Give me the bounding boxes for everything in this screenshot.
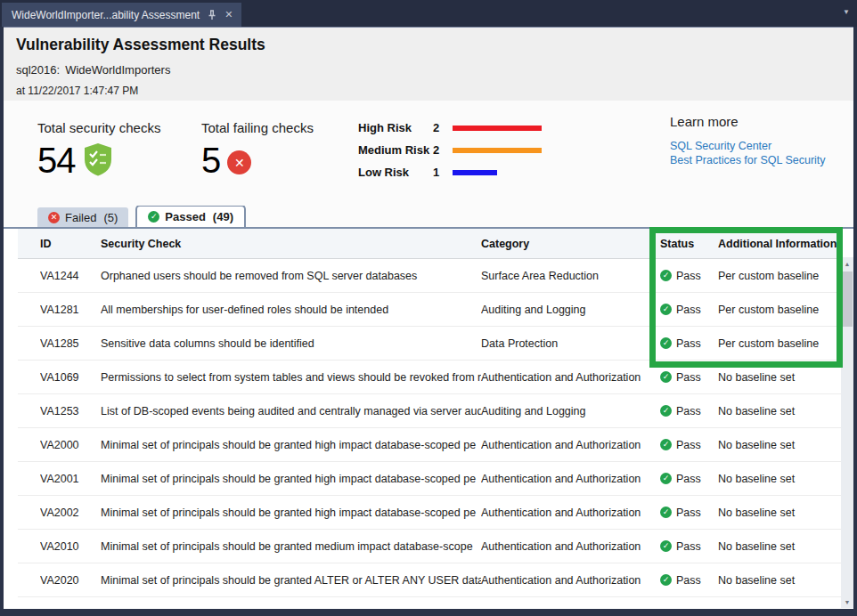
results-table: ID Security Check Category Status Additi… (18, 229, 841, 597)
pass-icon: ✓ (660, 439, 672, 450)
cell-status: ✓Pass (660, 270, 718, 282)
cell-info: Per custom baseline (718, 270, 841, 282)
tab-list-dropdown-icon[interactable]: ▼ (843, 8, 850, 16)
risk-count: 2 (433, 121, 453, 134)
cell-check: Minimal set of principals should be gran… (101, 439, 481, 451)
table-row[interactable]: VA2010 Minimal set of principals should … (18, 530, 841, 563)
failing-checks-value: 5 (201, 141, 220, 181)
cell-check: Minimal set of principals should be gran… (101, 540, 481, 553)
col-header-status[interactable]: Status (660, 238, 718, 250)
risk-row-low: Low Risk 1 (358, 161, 542, 183)
failing-checks-block: Total failing checks 5 ✕ (201, 120, 314, 181)
status-text: Pass (676, 371, 701, 384)
app-window: WideWorldImporter...ability Assessment ✕… (0, 0, 857, 616)
server-name: sql2016: (16, 63, 60, 77)
cell-status: ✓Pass (660, 507, 718, 519)
cell-check: Minimal set of principals should be gran… (101, 507, 481, 519)
table-row[interactable]: VA2001 Minimal set of principals should … (18, 462, 841, 496)
cell-category: Auditing and Logging (481, 304, 660, 316)
col-header-id[interactable]: ID (40, 238, 101, 250)
vertical-scrollbar[interactable]: ▲ ▼ (841, 257, 853, 608)
risk-row-medium: Medium Risk 2 (358, 139, 542, 161)
cell-id: VA2010 (40, 540, 101, 553)
risk-bar-medium (453, 148, 542, 153)
status-text: Pass (676, 270, 701, 282)
status-text: Pass (676, 337, 701, 350)
cell-category: Auditing and Logging (481, 405, 660, 417)
total-checks-block: Total security checks 54 (37, 120, 160, 181)
cell-category: Surface Area Reduction (481, 270, 660, 282)
risk-label: High Risk (358, 121, 433, 134)
results-table-section: ID Security Check Category Status Additi… (4, 229, 853, 609)
cell-id: VA1253 (40, 405, 101, 417)
cell-status: ✓Pass (660, 304, 718, 316)
table-row[interactable]: VA1244 Orphaned users should be removed … (18, 259, 841, 293)
cell-status: ✓Pass (660, 473, 718, 485)
cell-status: ✓Pass (660, 337, 718, 350)
tab-failed[interactable]: ✕ Failed (5) (37, 207, 128, 227)
risk-bar-low (453, 170, 497, 175)
cell-info: No baseline set (718, 371, 841, 384)
database-name: WideWorldImporters (65, 63, 170, 77)
status-text: Pass (676, 304, 701, 316)
total-checks-label: Total security checks (37, 120, 160, 135)
col-header-category[interactable]: Category (481, 238, 660, 250)
status-text: Pass (676, 473, 701, 485)
link-best-practices[interactable]: Best Practices for SQL Security (670, 154, 826, 168)
risk-label: Medium Risk (358, 143, 433, 157)
cell-category: Authentication and Authorization (481, 540, 660, 553)
page-title: Vulnerability Assessment Results (16, 36, 853, 54)
fail-circle-icon: ✕ (48, 212, 60, 223)
table-row[interactable]: VA2002 Minimal set of principals should … (18, 496, 841, 530)
cell-check: Orphaned users should be removed from SQ… (101, 270, 481, 282)
col-header-additional-information[interactable]: Additional Information (718, 238, 841, 250)
cell-id: VA2002 (40, 507, 101, 519)
cell-status: ✓Pass (660, 439, 718, 451)
cell-check: Sensitive data columns should be identif… (101, 337, 481, 350)
total-checks-value: 54 (37, 141, 76, 181)
table-header-row: ID Security Check Category Status Additi… (18, 229, 841, 259)
close-icon[interactable]: ✕ (224, 10, 233, 20)
cell-category: Data Protection (481, 337, 660, 350)
risk-count: 2 (433, 143, 453, 157)
col-header-security-check[interactable]: Security Check (101, 238, 481, 250)
risk-row-high: High Risk 2 (358, 117, 542, 139)
status-text: Pass (676, 405, 701, 417)
cell-id: VA2020 (40, 574, 101, 587)
cell-id: VA1285 (40, 337, 101, 350)
cell-check: Permissions to select from system tables… (101, 371, 481, 384)
pass-icon: ✓ (660, 270, 672, 281)
cell-category: Authentication and Authorization (481, 439, 660, 451)
pass-icon: ✓ (660, 304, 672, 315)
cell-id: VA2000 (40, 439, 101, 451)
cell-category: Authentication and Authorization (481, 473, 660, 485)
scroll-down-icon[interactable]: ▼ (841, 596, 853, 608)
cell-info: Per custom baseline (718, 337, 841, 350)
tab-passed-label: Passed (165, 210, 206, 223)
table-row[interactable]: VA1281 All memberships for user-defined … (18, 293, 841, 327)
document-tab[interactable]: WideWorldImporter...ability Assessment ✕ (2, 3, 241, 27)
scrollbar-thumb[interactable] (842, 272, 853, 327)
learn-more-title: Learn more (670, 114, 826, 129)
risk-label: Low Risk (358, 166, 433, 179)
tab-passed[interactable]: ✓ Passed (49) (135, 205, 246, 227)
cell-check: All memberships for user-defined roles s… (101, 304, 481, 316)
document-tab-label: WideWorldImporter...ability Assessment (12, 9, 200, 21)
pin-icon[interactable] (208, 10, 216, 20)
server-database-line: sql2016:WideWorldImporters (16, 63, 853, 77)
pass-icon: ✓ (660, 540, 672, 552)
cell-status: ✓Pass (660, 574, 718, 587)
risk-bar-high (453, 126, 542, 131)
table-row[interactable]: VA2000 Minimal set of principals should … (18, 428, 841, 462)
cell-status: ✓Pass (660, 371, 718, 384)
scroll-up-icon[interactable]: ▲ (841, 257, 853, 270)
cell-info: No baseline set (718, 507, 841, 519)
table-row[interactable]: VA1253 List of DB-scoped events being au… (18, 394, 841, 428)
cell-category: Authentication and Authorization (481, 574, 660, 587)
document-tabstrip: WideWorldImporter...ability Assessment ✕… (0, 0, 857, 27)
link-sql-security-center[interactable]: SQL Security Center (670, 140, 826, 154)
table-row[interactable]: VA1069 Permissions to select from system… (18, 361, 841, 394)
learn-more-block: Learn more SQL Security Center Best Prac… (670, 114, 826, 167)
table-row[interactable]: VA1285 Sensitive data columns should be … (18, 327, 841, 361)
table-row[interactable]: VA2020 Minimal set of principals should … (18, 563, 841, 597)
